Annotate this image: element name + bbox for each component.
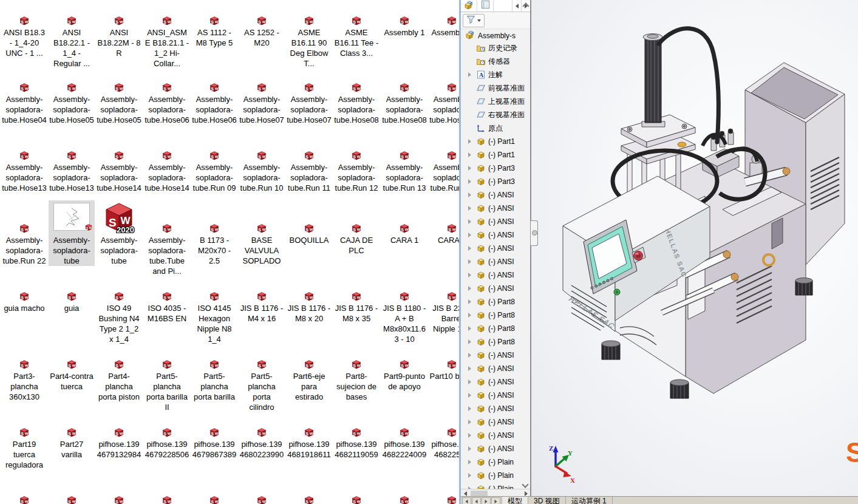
tree-item-part[interactable]: (-) ANSI xyxy=(461,429,530,442)
file-item[interactable]: S W xyxy=(1,489,47,504)
file-item[interactable]: S W Assembly-sopladora-tube.Run 11 xyxy=(286,145,332,193)
file-item[interactable]: S W Part3-plancha 360x130 xyxy=(1,353,47,402)
expand-arrow-slot[interactable] xyxy=(463,192,476,197)
file-item[interactable]: S W Part5-plancha porta cilindro xyxy=(239,353,285,412)
file-item[interactable]: S W ANSI B18.22.1 - 1_4 - Regular ... xyxy=(49,10,95,69)
file-item[interactable]: S W Part4-contra tuerca xyxy=(49,353,95,392)
expand-arrow-slot[interactable] xyxy=(463,339,476,344)
panel-back-button[interactable] xyxy=(512,0,521,12)
expand-arrow-slot[interactable] xyxy=(463,259,476,264)
file-item[interactable]: S W Assembly-sopladora-tube.Hose09 xyxy=(429,77,459,125)
tree-item-part[interactable]: (-) ANSI xyxy=(461,188,530,202)
doc-tab-1[interactable]: 模型 xyxy=(502,497,528,504)
file-item[interactable]: S W ASME B16.11 90 Deg Elbow T... xyxy=(286,10,332,69)
tree-item-history[interactable]: 历史记录 xyxy=(461,41,530,55)
file-item[interactable]: S W xyxy=(239,489,285,504)
next-tab-button[interactable] xyxy=(482,497,491,504)
file-item[interactable]: S W xyxy=(191,489,237,504)
file-browser[interactable]: S W ANSI B18.3 - 1_4-20 UNC - 1 ... S W … xyxy=(0,0,459,504)
tree-item-part[interactable]: (-) Plain xyxy=(461,469,530,482)
feature-tree[interactable]: 历史记录 传感器 A 注解 前视基准面 上视基准面 右视基准面 原点 (-) P… xyxy=(461,41,530,495)
file-item[interactable]: S W Part27 varilla xyxy=(49,421,95,460)
file-item[interactable]: S W Assembly 2 xyxy=(429,10,459,38)
expand-arrow-slot[interactable] xyxy=(463,206,476,211)
solidworks-resources-logo[interactable]: S xyxy=(846,438,858,469)
expand-arrow-slot[interactable] xyxy=(463,433,476,438)
file-item[interactable]: S W Assembly-sopladora-tube.Hose08 xyxy=(381,77,427,125)
file-item[interactable]: S W ISO 4035 - M16BS EN xyxy=(144,285,190,324)
file-item[interactable]: S W Assembly-sopladora-tube.Hose07 xyxy=(286,77,332,125)
file-item[interactable]: S W CARA 2 xyxy=(429,200,459,245)
tree-item-part[interactable]: (-) Part8 xyxy=(461,322,530,335)
file-item[interactable]: S W Assembly-sopladora-tube xyxy=(49,200,95,266)
file-item[interactable]: S W Assembly-sopladora-tube.Hose06 xyxy=(191,77,237,125)
file-item[interactable]: S W ISO 49 Bushing N4 Type 2 1_2 x 1_4 xyxy=(96,285,142,344)
filter-button[interactable] xyxy=(463,14,485,27)
tree-item-part[interactable]: (-) ANSI xyxy=(461,282,530,295)
tree-item-part[interactable]: (-) ANSI xyxy=(461,375,530,389)
tree-item-part[interactable]: (-) ANSI xyxy=(461,242,530,255)
tree-item-part[interactable]: (-) ANSI xyxy=(461,362,530,375)
expand-arrow-slot[interactable] xyxy=(463,286,476,291)
tree-item-part[interactable]: (-) ANSI xyxy=(461,202,530,215)
expand-arrow-slot[interactable] xyxy=(463,166,476,171)
file-item[interactable]: S W Assembly-sopladora-tube.Tube and Pi.… xyxy=(144,200,190,276)
file-item[interactable]: S W Part6-eje para estirado xyxy=(286,353,332,402)
expand-arrow-slot[interactable] xyxy=(463,380,476,384)
file-item[interactable]: S W xyxy=(429,489,459,504)
file-item[interactable]: S W AS 1252 - M20 xyxy=(239,10,285,48)
expand-arrow-slot[interactable] xyxy=(463,246,476,251)
file-item[interactable]: S W pifhose.1394679228506 xyxy=(144,421,190,460)
file-item[interactable]: S W ANSI_ASME B18.21.1 - 1_2 Hi-Collar..… xyxy=(144,10,190,69)
file-item[interactable]: S W pifhose.1394682119059 xyxy=(333,421,380,460)
expand-arrow-slot[interactable] xyxy=(463,72,476,77)
expand-arrow-slot[interactable] xyxy=(463,473,476,478)
tab-feature-manager[interactable] xyxy=(461,0,477,12)
file-item[interactable]: S W Assembly-sopladora-tube.Hose07 xyxy=(239,77,285,125)
expand-arrow-slot[interactable] xyxy=(463,179,476,184)
expand-arrow-slot[interactable] xyxy=(463,152,476,157)
file-item[interactable]: S W pifhose.1394682224009 xyxy=(381,421,427,460)
file-item[interactable]: S W xyxy=(286,489,332,504)
doc-tab-3[interactable]: 运动算例 1 xyxy=(566,497,613,504)
tree-item-plane[interactable]: 前视基准面 xyxy=(461,81,530,95)
hscroll-thumb[interactable] xyxy=(471,491,488,496)
file-item[interactable]: S W B 1173 - M20x70 - 2.5 xyxy=(191,200,237,266)
tree-item-part[interactable]: (-) Part1 xyxy=(461,135,530,148)
file-item[interactable]: S W Assembly-sopladora-tube.Hose14 xyxy=(96,145,142,193)
file-item[interactable]: S W Assembly-sopladora-tube.Hose05 xyxy=(49,77,95,125)
file-item[interactable]: S W Assembly-sopladora-tube.Run 12 xyxy=(333,145,380,193)
tree-item-sensors[interactable]: 传感器 xyxy=(461,55,530,68)
expand-arrow-slot[interactable] xyxy=(463,393,476,398)
file-item[interactable]: S W Assembly-sopladora-tube.Run 14 xyxy=(429,145,459,193)
file-item[interactable]: S W ISO 4145 Hexagon Nipple N8 1_4 xyxy=(191,285,237,344)
tree-item-part[interactable]: (-) ANSI xyxy=(461,349,530,362)
file-item[interactable]: S W AS 1112 - M8 Type 5 xyxy=(191,10,237,48)
file-item[interactable]: S W Part5-plancha porta barilla xyxy=(191,353,237,402)
file-item[interactable]: S W xyxy=(144,489,190,504)
expand-arrow-slot[interactable] xyxy=(463,139,476,144)
file-item[interactable]: S W ANSI B18.3 - 1_4-20 UNC - 1 ... xyxy=(1,10,47,58)
file-item[interactable]: S W xyxy=(333,489,380,504)
file-item[interactable]: S W Assembly 1 xyxy=(381,10,427,38)
file-item[interactable]: S W guia xyxy=(49,285,95,313)
file-item[interactable]: S W Assembly-sopladora-tube.Run 22 xyxy=(1,200,47,266)
file-item[interactable]: S W CAJA DE PLC xyxy=(333,200,380,256)
file-item[interactable]: S W Assembly-sopladora-tube.Hose05 xyxy=(96,77,142,125)
tab-display-pane[interactable] xyxy=(477,0,494,12)
file-item[interactable]: S W Assembly-sopladora-tube.Hose04 xyxy=(1,77,47,125)
expand-arrow-slot[interactable] xyxy=(463,460,476,465)
tree-item-part[interactable]: (-) ANSI xyxy=(461,415,530,429)
expand-arrow-slot[interactable] xyxy=(463,233,476,237)
tree-item-part[interactable]: (-) Plain xyxy=(461,455,530,469)
file-item[interactable]: S W BASE VALVULA SOPLADO xyxy=(239,200,285,266)
file-item[interactable]: S W xyxy=(96,489,142,504)
file-item[interactable]: S W Assembly-sopladora-tube.Hose14 xyxy=(144,145,190,193)
last-tab-button[interactable] xyxy=(491,497,500,504)
file-item[interactable]: S W ANSI B18.22M - 8 R xyxy=(96,10,142,58)
file-item[interactable]: S W guia macho xyxy=(1,285,47,313)
tree-item-part[interactable]: (-) ANSI xyxy=(461,255,530,268)
tree-item-part[interactable]: (-) Part8 xyxy=(461,308,530,322)
expand-arrow-slot[interactable] xyxy=(463,446,476,451)
expand-arrow-slot[interactable] xyxy=(463,326,476,331)
